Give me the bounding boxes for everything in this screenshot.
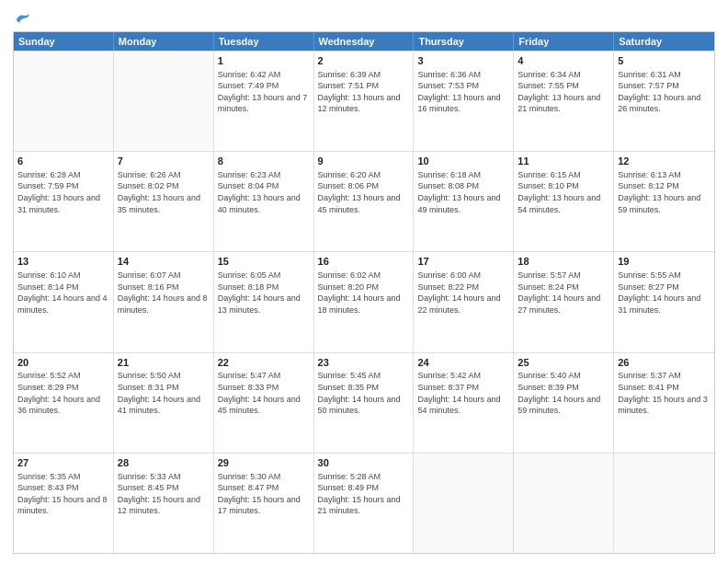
cell-text: Sunrise: 5:28 AMSunset: 8:49 PMDaylight:…	[318, 471, 410, 517]
cell-text: Sunrise: 6:26 AMSunset: 8:02 PMDaylight:…	[118, 169, 210, 215]
calendar-cell: 23Sunrise: 5:45 AMSunset: 8:35 PMDayligh…	[314, 353, 415, 453]
calendar-cell: 28Sunrise: 5:33 AMSunset: 8:45 PMDayligh…	[114, 454, 214, 553]
day-number: 25	[518, 356, 609, 370]
day-number: 11	[518, 155, 609, 168]
day-number: 2	[318, 54, 410, 68]
weekday-header: Wednesday	[314, 32, 415, 51]
day-number: 3	[417, 54, 509, 68]
calendar-cell: 16Sunrise: 6:02 AMSunset: 8:20 PMDayligh…	[314, 252, 415, 351]
calendar-row: 6Sunrise: 6:28 AMSunset: 7:59 PMDaylight…	[14, 151, 714, 251]
day-number: 16	[318, 255, 410, 269]
calendar-header: SundayMondayTuesdayWednesdayThursdayFrid…	[14, 32, 714, 51]
day-number: 26	[618, 356, 711, 370]
calendar-cell: 26Sunrise: 5:37 AMSunset: 8:41 PMDayligh…	[614, 353, 714, 453]
day-number: 28	[118, 456, 210, 470]
weekday-header: Monday	[114, 32, 214, 51]
day-number: 15	[218, 255, 310, 269]
calendar-cell: 3Sunrise: 6:36 AMSunset: 7:53 PMDaylight…	[414, 52, 514, 151]
day-number: 19	[618, 255, 711, 269]
calendar-cell	[514, 454, 614, 553]
cell-text: Sunrise: 6:36 AMSunset: 7:53 PMDaylight:…	[417, 69, 509, 115]
day-number: 7	[118, 155, 210, 168]
cell-text: Sunrise: 5:52 AMSunset: 8:29 PMDaylight:…	[17, 370, 109, 416]
calendar-cell	[114, 52, 214, 151]
day-number: 24	[417, 356, 509, 370]
weekday-header: Friday	[514, 32, 614, 51]
cell-text: Sunrise: 6:20 AMSunset: 8:06 PMDaylight:…	[318, 169, 410, 215]
calendar-cell: 8Sunrise: 6:23 AMSunset: 8:04 PMDaylight…	[214, 152, 314, 251]
cell-text: Sunrise: 6:15 AMSunset: 8:10 PMDaylight:…	[518, 169, 609, 215]
weekday-header: Sunday	[14, 32, 114, 51]
day-number: 29	[218, 456, 310, 470]
day-number: 30	[318, 456, 410, 470]
cell-text: Sunrise: 6:23 AMSunset: 8:04 PMDaylight:…	[218, 169, 310, 215]
calendar-cell: 22Sunrise: 5:47 AMSunset: 8:33 PMDayligh…	[214, 353, 314, 453]
day-number: 17	[417, 255, 509, 269]
cell-text: Sunrise: 6:07 AMSunset: 8:16 PMDaylight:…	[118, 270, 210, 316]
cell-text: Sunrise: 6:34 AMSunset: 7:55 PMDaylight:…	[518, 69, 609, 115]
cell-text: Sunrise: 6:39 AMSunset: 7:51 PMDaylight:…	[318, 69, 410, 115]
calendar-cell: 25Sunrise: 5:40 AMSunset: 8:39 PMDayligh…	[514, 353, 614, 453]
cell-text: Sunrise: 6:05 AMSunset: 8:18 PMDaylight:…	[218, 270, 310, 316]
calendar-cell: 14Sunrise: 6:07 AMSunset: 8:16 PMDayligh…	[114, 252, 214, 351]
calendar-row: 1Sunrise: 6:42 AMSunset: 7:49 PMDaylight…	[14, 51, 714, 151]
cell-text: Sunrise: 5:42 AMSunset: 8:37 PMDaylight:…	[417, 370, 509, 416]
calendar-cell: 13Sunrise: 6:10 AMSunset: 8:14 PMDayligh…	[14, 252, 114, 351]
cell-text: Sunrise: 6:28 AMSunset: 7:59 PMDaylight:…	[17, 169, 109, 215]
calendar-cell: 7Sunrise: 6:26 AMSunset: 8:02 PMDaylight…	[114, 152, 214, 251]
day-number: 18	[518, 255, 609, 269]
calendar-cell: 17Sunrise: 6:00 AMSunset: 8:22 PMDayligh…	[414, 252, 514, 351]
cell-text: Sunrise: 6:42 AMSunset: 7:49 PMDaylight:…	[218, 69, 310, 115]
weekday-header: Tuesday	[214, 32, 314, 51]
calendar-cell: 4Sunrise: 6:34 AMSunset: 7:55 PMDaylight…	[514, 52, 614, 151]
cell-text: Sunrise: 5:30 AMSunset: 8:47 PMDaylight:…	[218, 471, 310, 517]
day-number: 9	[318, 155, 410, 168]
calendar-cell: 10Sunrise: 6:18 AMSunset: 8:08 PMDayligh…	[414, 152, 514, 251]
calendar-cell	[14, 52, 114, 151]
weekday-header: Saturday	[614, 32, 714, 51]
calendar-cell: 19Sunrise: 5:55 AMSunset: 8:27 PMDayligh…	[614, 252, 714, 351]
day-number: 20	[17, 356, 109, 370]
calendar-cell: 30Sunrise: 5:28 AMSunset: 8:49 PMDayligh…	[314, 454, 415, 553]
calendar-cell	[414, 454, 514, 553]
day-number: 6	[17, 155, 109, 168]
cell-text: Sunrise: 5:57 AMSunset: 8:24 PMDaylight:…	[518, 270, 609, 316]
day-number: 10	[417, 155, 509, 168]
calendar-row: 20Sunrise: 5:52 AMSunset: 8:29 PMDayligh…	[14, 352, 714, 453]
calendar-cell: 1Sunrise: 6:42 AMSunset: 7:49 PMDaylight…	[214, 52, 314, 151]
day-number: 14	[118, 255, 210, 269]
calendar-cell: 20Sunrise: 5:52 AMSunset: 8:29 PMDayligh…	[14, 353, 114, 453]
weekday-header: Thursday	[414, 32, 514, 51]
cell-text: Sunrise: 5:33 AMSunset: 8:45 PMDaylight:…	[118, 471, 210, 517]
cell-text: Sunrise: 5:37 AMSunset: 8:41 PMDaylight:…	[618, 370, 711, 416]
day-number: 5	[618, 54, 711, 68]
logo	[13, 9, 31, 26]
calendar-cell: 9Sunrise: 6:20 AMSunset: 8:06 PMDaylight…	[314, 152, 415, 251]
cell-text: Sunrise: 6:18 AMSunset: 8:08 PMDaylight:…	[417, 169, 509, 215]
logo-bird-icon	[15, 12, 31, 25]
cell-text: Sunrise: 5:40 AMSunset: 8:39 PMDaylight:…	[518, 370, 609, 416]
calendar-cell: 11Sunrise: 6:15 AMSunset: 8:10 PMDayligh…	[514, 152, 614, 251]
day-number: 23	[318, 356, 410, 370]
cell-text: Sunrise: 6:10 AMSunset: 8:14 PMDaylight:…	[17, 270, 109, 316]
calendar-cell: 18Sunrise: 5:57 AMSunset: 8:24 PMDayligh…	[514, 252, 614, 351]
cell-text: Sunrise: 6:02 AMSunset: 8:20 PMDaylight:…	[318, 270, 410, 316]
day-number: 12	[618, 155, 711, 168]
calendar-cell: 21Sunrise: 5:50 AMSunset: 8:31 PMDayligh…	[114, 353, 214, 453]
day-number: 27	[17, 456, 109, 470]
header	[13, 9, 715, 26]
calendar-cell: 12Sunrise: 6:13 AMSunset: 8:12 PMDayligh…	[614, 152, 714, 251]
calendar-cell: 24Sunrise: 5:42 AMSunset: 8:37 PMDayligh…	[414, 353, 514, 453]
calendar-cell: 2Sunrise: 6:39 AMSunset: 7:51 PMDaylight…	[314, 52, 415, 151]
calendar-row: 27Sunrise: 5:35 AMSunset: 8:43 PMDayligh…	[14, 453, 714, 553]
day-number: 8	[218, 155, 310, 168]
calendar-cell: 6Sunrise: 6:28 AMSunset: 7:59 PMDaylight…	[14, 152, 114, 251]
calendar-cell: 27Sunrise: 5:35 AMSunset: 8:43 PMDayligh…	[14, 454, 114, 553]
calendar-row: 13Sunrise: 6:10 AMSunset: 8:14 PMDayligh…	[14, 251, 714, 351]
cell-text: Sunrise: 5:45 AMSunset: 8:35 PMDaylight:…	[318, 370, 410, 416]
cell-text: Sunrise: 5:47 AMSunset: 8:33 PMDaylight:…	[218, 370, 310, 416]
day-number: 22	[218, 356, 310, 370]
calendar-cell: 29Sunrise: 5:30 AMSunset: 8:47 PMDayligh…	[214, 454, 314, 553]
cell-text: Sunrise: 5:50 AMSunset: 8:31 PMDaylight:…	[118, 370, 210, 416]
day-number: 4	[518, 54, 609, 68]
